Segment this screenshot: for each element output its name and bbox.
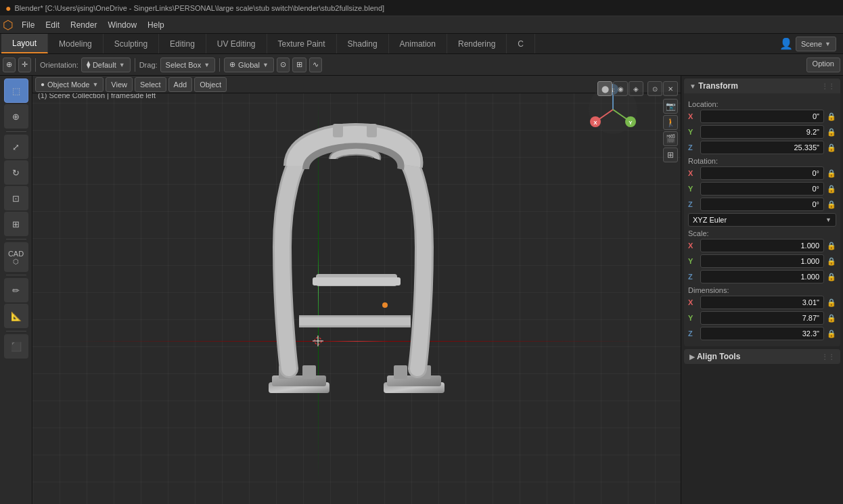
rot-y-lock[interactable]: 🔒 (827, 184, 836, 193)
viewport-shading-rendered-btn[interactable]: ◈ (629, 81, 643, 96)
rot-x-lock[interactable]: 🔒 (827, 168, 836, 178)
loc-z-lock[interactable]: 🔒 (827, 143, 836, 152)
scale-x-lock[interactable]: 🔒 (827, 241, 836, 250)
select-box-icon: ⬚ (12, 86, 20, 96)
menu-window[interactable]: Window (102, 19, 142, 31)
snapping-btn[interactable]: ⊞ (292, 58, 306, 72)
cad-tool-btn[interactable]: CAD ⬡ (4, 242, 28, 272)
cube-icon: ⬛ (11, 342, 22, 352)
align-tools-header[interactable]: ▶ Align Tools ⋮⋮ (684, 349, 840, 364)
walk-icon: 🚶 (666, 118, 676, 127)
viewport-shading-solid-btn[interactable]: ⬤ (597, 81, 612, 96)
scale-x-value[interactable]: 1.000 (700, 239, 824, 252)
loc-y-axis: Y (688, 128, 698, 136)
loc-y-lock[interactable]: 🔒 (827, 127, 836, 137)
transform-header[interactable]: ▼ Transform ⋮⋮ (684, 78, 840, 93)
dim-x-lock[interactable]: 🔒 (827, 298, 836, 307)
transform-tool-btn[interactable]: ⊞ (4, 212, 28, 236)
rotation-z-value[interactable]: 0° (700, 198, 824, 211)
tab-editing[interactable]: Editing (159, 34, 206, 53)
viewport-navigate-btn[interactable]: ⊕ (3, 58, 16, 72)
viewport[interactable]: User Perspective (1) Scene Collection | … (32, 76, 681, 504)
grid-btn[interactable]: ⊞ (663, 147, 678, 162)
orientation-dropdown[interactable]: ⧫ Default ▼ (81, 58, 131, 72)
select-tool-btn[interactable]: ⬚ (4, 78, 28, 103)
tool-sep-4 (6, 331, 26, 331)
location-x-value[interactable]: 0" (700, 110, 824, 123)
scale-tool-btn[interactable]: ⊡ (4, 186, 28, 210)
global-dropdown[interactable]: ⊕ Global ▼ (224, 58, 274, 72)
object-tab[interactable]: Object (194, 77, 227, 92)
gizmos-btn[interactable]: ✕ (663, 81, 678, 96)
title-text: Blender* [C:\Users\jsing\OneDrive - Sing… (14, 4, 384, 12)
location-z-value[interactable]: 25.335" (700, 141, 824, 154)
move-icon: ✛ (22, 60, 28, 69)
loc-x-lock[interactable]: 🔒 (827, 112, 836, 121)
dim-x-value[interactable]: 3.01" (700, 296, 824, 309)
tool-sep-1 (6, 131, 26, 132)
dim-z-value[interactable]: 32.3" (700, 327, 824, 340)
proportional-icon: ⊙ (280, 60, 286, 69)
walk-nav-btn[interactable]: 🚶 (663, 115, 678, 130)
dim-z-lock[interactable]: 🔒 (827, 329, 836, 338)
cursor-tool-btn[interactable]: ⊕ (4, 104, 28, 129)
view-tab[interactable]: View (106, 77, 133, 92)
measure-btn[interactable]: 📐 (4, 304, 28, 328)
viewport-shading-material-btn[interactable]: ◉ (613, 81, 628, 96)
tab-uv-editing[interactable]: UV Editing (206, 34, 267, 53)
scene-selector[interactable]: Scene▼ (796, 37, 836, 51)
scale-y-lock[interactable]: 🔒 (827, 256, 836, 266)
dimensions-label: Dimensions: (688, 286, 836, 294)
move-tool-btn[interactable]: ⤢ (4, 135, 28, 159)
menu-render[interactable]: Render (65, 19, 102, 31)
add-tab[interactable]: Add (168, 77, 193, 92)
svg-rect-3 (302, 365, 316, 379)
tab-c[interactable]: C (507, 34, 535, 53)
anim-cam-btn[interactable]: 🎬 (663, 131, 678, 146)
tool-sep-2 (6, 239, 26, 239)
tab-rendering[interactable]: Rendering (447, 34, 507, 53)
object-mode-dropdown[interactable]: ● Object Mode ▼ (35, 77, 104, 92)
location-z-row: Z 25.335" 🔒 (688, 141, 836, 154)
svg-text:Y: Y (629, 120, 633, 126)
workspace-tabs: Layout Modeling Sculpting Editing UV Edi… (0, 34, 843, 54)
rotation-y-value[interactable]: 0° (700, 182, 824, 196)
scale-z-lock[interactable]: 🔒 (827, 272, 836, 281)
cursor-icon: ⊕ (6, 60, 12, 69)
add-primitive-btn[interactable]: ⬛ (4, 334, 28, 359)
proportional-edit-btn[interactable]: ⊙ (277, 58, 290, 72)
dim-y-value[interactable]: 7.87" (700, 311, 824, 325)
tab-layout[interactable]: Layout (1, 34, 48, 53)
menu-file[interactable]: File (16, 19, 40, 31)
dim-y-lock[interactable]: 🔒 (827, 313, 836, 323)
cameras-overlay-btn[interactable]: 📷 (663, 99, 678, 114)
tab-animation[interactable]: Animation (389, 34, 447, 53)
blender-icon: ⬡ (3, 18, 14, 32)
rot-z-lock[interactable]: 🔒 (827, 200, 836, 209)
tab-texture-paint[interactable]: Texture Paint (267, 34, 337, 53)
rotate-tool-btn[interactable]: ↻ (4, 160, 28, 185)
dim-z-row: Z 32.3" 🔒 (688, 327, 836, 340)
tab-sculpting[interactable]: Sculpting (104, 34, 159, 53)
annotate-btn[interactable]: ✏ (4, 278, 28, 302)
panel-handle-transform: ⋮⋮ (821, 83, 835, 90)
scale-x-row: X 1.000 🔒 (688, 239, 836, 252)
move-tool-btn[interactable]: ✛ (18, 58, 31, 72)
menu-edit[interactable]: Edit (40, 19, 65, 31)
location-label: Location: (688, 100, 836, 108)
scale-y-value[interactable]: 1.000 (700, 254, 824, 268)
tab-modeling[interactable]: Modeling (48, 34, 104, 53)
tab-shading[interactable]: Shading (337, 34, 389, 53)
titlebar: ● Blender* [C:\Users\jsing\OneDrive - Si… (0, 0, 843, 16)
menu-help[interactable]: Help (142, 19, 170, 31)
rotation-z-row: Z 0° 🔒 (688, 198, 836, 211)
proportional-falloff-btn[interactable]: ∿ (309, 58, 322, 72)
scale-z-value[interactable]: 1.000 (700, 270, 824, 283)
location-y-value[interactable]: 9.2" (700, 125, 824, 139)
drag-dropdown[interactable]: Select Box ▼ (160, 58, 216, 72)
overlays-btn[interactable]: ⊙ (647, 81, 662, 96)
rotation-mode-dropdown[interactable]: XYZ Euler ▼ (688, 213, 836, 227)
rotation-x-value[interactable]: 0° (700, 166, 824, 180)
option-button[interactable]: Option (806, 58, 840, 72)
select-tab[interactable]: Select (135, 77, 166, 92)
